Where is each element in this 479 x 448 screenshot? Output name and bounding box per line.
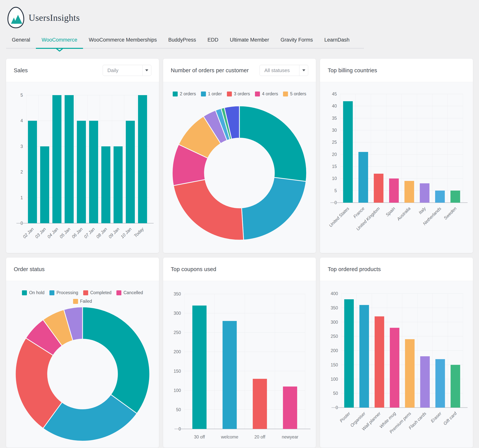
svg-text:100: 100 [331, 377, 338, 382]
panel-orders-per-customer: Number of orders per customer All status… [163, 59, 316, 253]
tab-edd[interactable]: EDD [202, 33, 224, 48]
svg-text:200: 200 [331, 348, 338, 353]
orders-per-customer-chart-area: 2 orders1 order3 orders4 orders5 orders [163, 82, 316, 253]
svg-text:Spain: Spain [385, 206, 396, 217]
svg-text:welcome: welcome [221, 435, 238, 439]
legend-item[interactable]: Cancelled [116, 290, 143, 295]
svg-text:35: 35 [332, 116, 337, 121]
active-tab-chevron-icon [56, 48, 63, 52]
panel-header: Top billing countries [320, 59, 473, 82]
svg-text:10 Jan: 10 Jan [120, 227, 133, 239]
svg-text:20 off: 20 off [255, 435, 266, 439]
svg-text:50: 50 [333, 391, 338, 396]
tab-buddypress[interactable]: BuddyPress [163, 33, 202, 48]
top-coupons-bar-chart: 05010015020025030035030 offwelcome20 off… [167, 284, 311, 445]
legend-color-swatch [49, 290, 54, 295]
svg-text:300: 300 [174, 311, 181, 316]
dropdown-caret-icon [142, 65, 151, 76]
order-status-filter-select[interactable]: All statuses [259, 65, 308, 76]
svg-text:08 Jan: 08 Jan [95, 227, 108, 239]
legend-label: Failed [80, 299, 92, 304]
legend-color-swatch [173, 91, 178, 97]
legend-label: Completed [90, 290, 112, 295]
legend-label: 3 orders [234, 91, 250, 97]
svg-text:Australia: Australia [396, 206, 412, 222]
legend-item[interactable]: Completed [83, 290, 112, 295]
svg-text:250: 250 [331, 334, 338, 339]
legend-label: Cancelled [123, 290, 143, 295]
top-billing-countries-chart-area: 051015202530354045United StatesFranceUni… [320, 82, 473, 253]
legend-color-swatch [255, 91, 260, 97]
svg-text:5: 5 [20, 93, 23, 97]
svg-text:05 Jan: 05 Jan [58, 227, 71, 239]
app-header: UsersInsights [6, 5, 473, 30]
svg-text:100: 100 [174, 388, 181, 393]
tab-learndash[interactable]: LearnDash [319, 33, 355, 48]
legend-label: Processing [56, 290, 78, 295]
order-status-donut-chart [11, 305, 154, 443]
legend-color-swatch [227, 91, 232, 97]
tab-ultimate-member[interactable]: Ultimate Member [224, 33, 275, 48]
panel-title-top-coupons-used: Top coupons used [171, 266, 216, 273]
svg-text:03 Jan: 03 Jan [34, 227, 47, 239]
legend-item[interactable]: 1 order [201, 91, 222, 97]
svg-text:350: 350 [331, 305, 338, 310]
panel-header: Top ordered products [320, 258, 473, 281]
panel-top-coupons-used: Top coupons used 05010015020025030035030… [163, 258, 316, 448]
legend-item[interactable]: 4 orders [255, 91, 278, 97]
panel-header: Sales Daily [6, 59, 159, 82]
svg-text:04 Jan: 04 Jan [46, 227, 59, 239]
panel-header: Order status [6, 258, 159, 281]
tab-gravity-forms[interactable]: Gravity Forms [275, 33, 319, 48]
tab-woocommerce[interactable]: WooCommerce [36, 33, 83, 48]
svg-text:Poster: Poster [339, 411, 351, 423]
legend-item[interactable]: 3 orders [227, 91, 250, 97]
chart-legend: 2 orders1 order3 orders4 orders5 orders [173, 91, 306, 97]
svg-text:15: 15 [332, 164, 337, 169]
legend-color-swatch [83, 290, 88, 295]
svg-text:1: 1 [20, 195, 23, 200]
legend-item[interactable]: Failed [73, 299, 92, 304]
panel-title-top-ordered-products: Top ordered products [328, 266, 381, 273]
order-status-chart-area: On holdProcessingCompletedCancelledFaile… [6, 281, 159, 448]
svg-text:300: 300 [331, 320, 338, 325]
svg-text:Gift card: Gift card [442, 411, 458, 426]
svg-text:30: 30 [332, 128, 337, 133]
svg-text:Today: Today [133, 226, 145, 238]
panel-title-top-billing-countries: Top billing countries [328, 67, 377, 74]
users-insights-logo-icon [6, 6, 26, 29]
legend-label: 2 orders [180, 91, 196, 97]
dashboard-grid: Sales Daily 01234502 Jan03 Jan04 Jan05 J… [6, 59, 473, 448]
sales-chart-area: 01234502 Jan03 Jan04 Jan05 Jan06 Jan07 J… [6, 82, 159, 253]
panel-order-status: Order status On holdProcessingCompletedC… [6, 258, 159, 448]
tab-woocommerce-memberships[interactable]: WooCommerce Memberships [83, 33, 163, 48]
app-logo-text: UsersInsights [29, 12, 80, 23]
svg-text:4: 4 [20, 118, 23, 123]
chart-legend: On holdProcessingCompletedCancelledFaile… [21, 290, 144, 304]
svg-text:France: France [352, 206, 366, 219]
legend-color-swatch [201, 91, 206, 97]
sales-period-select[interactable]: Daily [103, 65, 151, 76]
legend-item[interactable]: Processing [49, 290, 78, 295]
legend-color-swatch [283, 91, 288, 97]
top-coupons-chart-area: 05010015020025030035030 offwelcome20 off… [163, 281, 316, 448]
legend-item[interactable]: 5 orders [283, 91, 306, 97]
select-value: Daily [103, 65, 142, 76]
panel-title-order-status: Order status [14, 266, 45, 273]
legend-item[interactable]: 2 orders [173, 91, 196, 97]
tab-general[interactable]: General [6, 33, 36, 48]
svg-text:07 Jan: 07 Jan [83, 227, 96, 239]
panel-header: Number of orders per customer All status… [163, 59, 316, 82]
legend-item[interactable]: On hold [22, 290, 45, 295]
svg-text:06 Jan: 06 Jan [71, 227, 84, 239]
svg-text:Italy: Italy [418, 206, 427, 215]
sales-bar-chart: 01234502 Jan03 Jan04 Jan05 Jan06 Jan07 J… [11, 85, 154, 250]
svg-text:3: 3 [20, 144, 23, 149]
svg-text:09 Jan: 09 Jan [107, 227, 120, 239]
panel-title-orders-per-customer: Number of orders per customer [171, 67, 249, 74]
top-billing-countries-bar-chart: 051015202530354045United StatesFranceUni… [325, 85, 468, 250]
legend-label: 5 orders [290, 91, 306, 97]
svg-text:Eraser: Eraser [430, 411, 443, 423]
svg-text:200: 200 [174, 349, 181, 354]
legend-color-swatch [116, 290, 121, 295]
